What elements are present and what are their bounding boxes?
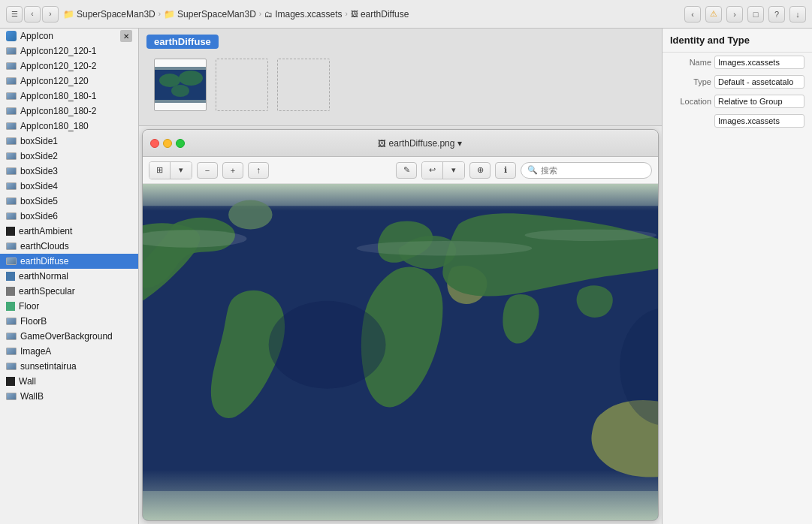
sidebar-item-label: boxSide5 (20, 196, 58, 206)
sidebar-item-label: FloorB (20, 316, 47, 327)
viewer-content (143, 184, 658, 520)
sidebar-item-imagea[interactable]: ImageA (0, 344, 138, 359)
nav-back-btn[interactable]: ‹ (684, 6, 701, 23)
copy-btn[interactable]: ⊕ (469, 162, 491, 179)
info-btn[interactable]: ℹ (495, 162, 516, 179)
file-icon: 🖼 (378, 139, 386, 148)
image-icon (6, 242, 17, 250)
forward-btn[interactable]: › (42, 6, 59, 23)
sidebar-item-label: Floor (19, 301, 39, 312)
asset-header: earthDiffuse (139, 29, 662, 126)
thumbnail-1x (154, 59, 207, 111)
breadcrumb-item[interactable]: 🗂 Images.xcassets (264, 9, 342, 20)
share-btn[interactable]: ↑ (248, 162, 269, 179)
image-icon (6, 257, 17, 265)
rp-type-value: Default - assetcatalo (714, 75, 804, 89)
sidebar-item-label: earthNormal (19, 271, 68, 282)
image-icon (6, 47, 17, 55)
main-layout: AppIcon ✕ AppIcon120_120-1 AppIcon120_12… (0, 29, 812, 524)
sidebar-item[interactable]: boxSide6 (0, 209, 138, 224)
warning-btn[interactable]: ⚠ (705, 6, 722, 23)
right-panel: Identity and Type Name Images.xcassets T… (662, 29, 812, 524)
sidebar-item-floorb[interactable]: FloorB (0, 314, 138, 329)
rp-type-label: Type (670, 77, 711, 86)
breadcrumb-item[interactable]: 📁 SuperSpaceMan3D (63, 9, 155, 20)
sidebar-item-earthdiffuse[interactable]: earthDiffuse (0, 254, 138, 269)
sidebar-item-wall[interactable]: Wall (0, 374, 138, 389)
sidebar-item[interactable]: boxSide4 (0, 179, 138, 194)
svg-point-14 (269, 301, 386, 389)
minimize-window-btn[interactable] (163, 139, 172, 148)
sidebar-item-earthclouds[interactable]: earthClouds (0, 239, 138, 254)
black-square-icon (6, 377, 15, 386)
asset-thumbnails (154, 59, 330, 111)
rp-name-row: Name Images.xcassets (663, 53, 812, 72)
sidebar-item-sunsetintairua[interactable]: sunsetintairua (0, 359, 138, 374)
sidebar-item[interactable]: AppIcon120_120-1 (0, 44, 138, 59)
sidebar-item[interactable]: boxSide3 (0, 164, 138, 179)
viewer-titlebar: 🖼 earthDiffuse.png ▾ (143, 130, 658, 157)
image-icon (6, 107, 17, 115)
nav-forward-btn[interactable]: › (726, 6, 743, 23)
sidebar-item-earthnormal[interactable]: earthNormal (0, 269, 138, 284)
sidebar-item-label: earthAmbient (19, 226, 72, 236)
svg-point-12 (357, 241, 533, 255)
zoom-out-btn[interactable]: − (197, 162, 218, 179)
sidebar-item-gameoverbackground[interactable]: GameOverBackground (0, 329, 138, 344)
sidebar-item-appicon[interactable]: AppIcon ✕ (0, 29, 138, 44)
sidebar-toggle-btn[interactable]: ☰ (6, 6, 23, 23)
layout-btn[interactable]: ⊞ (149, 162, 171, 179)
sidebar-item-earthspecular[interactable]: earthSpecular (0, 284, 138, 299)
sidebar-item[interactable]: AppIcon120_120-2 (0, 59, 138, 74)
sidebar-item[interactable]: boxSide2 (0, 149, 138, 164)
layout-arrow-btn[interactable]: ▾ (171, 162, 192, 179)
svg-point-13 (525, 229, 657, 241)
rotate-arrow-btn[interactable]: ▾ (443, 162, 464, 179)
image-icon (6, 167, 17, 175)
maximize-window-btn[interactable] (176, 139, 185, 148)
close-window-btn[interactable] (150, 139, 159, 148)
breadcrumb-label: SuperSpaceMan3D (177, 9, 256, 20)
sidebar-item[interactable]: AppIcon120_120 (0, 74, 138, 89)
sidebar-item-label: AppIcon180_180-2 (20, 106, 96, 116)
image-icon (6, 152, 17, 160)
sidebar-item-label: boxSide3 (20, 166, 58, 176)
back-btn[interactable]: ‹ (24, 6, 41, 23)
title-bar: ☰ ‹ › 📁 SuperSpaceMan3D › 📁 SuperSpaceMa… (0, 0, 812, 29)
sidebar-item-earthambient[interactable]: earthAmbient (0, 224, 138, 239)
rotate-btn[interactable]: ↩ (422, 162, 443, 179)
sidebar-item[interactable]: AppIcon180_180-1 (0, 89, 138, 104)
green-square-icon (6, 302, 15, 311)
breadcrumb-item[interactable]: 🖼 earthDiffuse (351, 9, 409, 20)
breadcrumb-label: Images.xcassets (275, 9, 342, 20)
image-icon (6, 197, 17, 205)
svg-rect-5 (155, 100, 206, 103)
search-input[interactable] (541, 166, 645, 175)
breadcrumb-item[interactable]: 📁 SuperSpaceMan3D (164, 9, 256, 20)
earth-diffuse-image (143, 184, 658, 520)
sidebar-item[interactable]: AppIcon180_180 (0, 119, 138, 134)
help-btn[interactable]: ? (768, 6, 785, 23)
svg-point-1 (159, 74, 180, 87)
sidebar-item[interactable]: boxSide5 (0, 194, 138, 209)
thumbnail-3x (277, 59, 330, 111)
rp-name-value: Images.xcassets (714, 56, 804, 69)
sidebar-item[interactable]: boxSide1 (0, 134, 138, 149)
svg-point-3 (171, 85, 189, 97)
new-file-btn[interactable]: □ (747, 6, 764, 23)
viewer-title: 🖼 earthDiffuse.png ▾ (189, 138, 651, 149)
zoom-in-btn[interactable]: + (222, 162, 243, 179)
sidebar-item[interactable]: AppIcon180_180-2 (0, 104, 138, 119)
close-icon[interactable]: ✕ (120, 30, 132, 42)
search-box: 🔍 (521, 162, 652, 179)
dropdown-arrow-icon[interactable]: ▾ (457, 138, 462, 149)
download-btn[interactable]: ↓ (789, 6, 806, 23)
sidebar-item-wallb[interactable]: WallB (0, 389, 138, 404)
rotate-btn-group: ↩ ▾ (421, 161, 465, 179)
sidebar-item-label: earthSpecular (19, 286, 75, 297)
sidebar-item-floor[interactable]: Floor (0, 299, 138, 314)
edit-btn[interactable]: ✎ (396, 162, 417, 179)
folder-icon: 📁 (63, 9, 74, 20)
rp-location-label: Location (670, 97, 711, 106)
sidebar-item-label: earthDiffuse (20, 256, 68, 267)
